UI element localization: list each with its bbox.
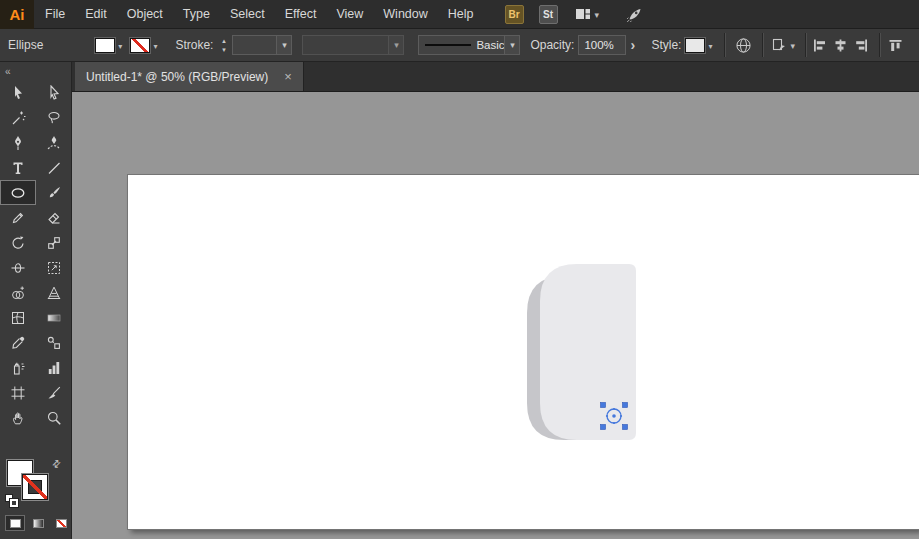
gradient-tool-icon [46, 310, 62, 326]
pen-tool[interactable] [0, 130, 36, 155]
stroke-weight-stepper[interactable] [219, 37, 228, 53]
selection-handle[interactable] [623, 403, 628, 408]
rotate-tool[interactable] [0, 230, 36, 255]
align-left-button[interactable] [812, 38, 827, 53]
line-segment-tool[interactable] [36, 155, 72, 180]
selection-widget[interactable] [600, 402, 628, 430]
gpu-performance-button[interactable] [626, 6, 643, 23]
none-button[interactable] [51, 515, 71, 531]
align-top-icon [888, 38, 903, 53]
tab-close-button[interactable]: × [284, 70, 292, 83]
graphic-style-control[interactable] [685, 38, 712, 53]
menu-view[interactable]: View [327, 0, 372, 29]
symbol-sprayer-tool[interactable] [0, 355, 36, 380]
slice-tool[interactable] [36, 380, 72, 405]
zoom-tool[interactable] [36, 405, 72, 430]
column-graph-tool[interactable] [36, 355, 72, 380]
gradient-swatch-icon [33, 519, 44, 528]
none-swatch-icon [56, 519, 67, 528]
color-button[interactable] [5, 515, 25, 531]
stroke-style-combo[interactable]: Basic [418, 35, 520, 55]
menu-file[interactable]: File [36, 0, 74, 29]
hand-tool-icon [10, 410, 26, 426]
default-fill-stroke-icon[interactable] [5, 494, 19, 508]
stroke-swatch[interactable] [130, 38, 150, 53]
fill-dropdown-arrow[interactable] [118, 38, 122, 52]
stepper-up-icon[interactable] [219, 37, 228, 44]
selection-tool[interactable] [0, 80, 36, 105]
stock-button[interactable]: St [539, 5, 558, 24]
opacity-value: 100% [579, 39, 625, 51]
magic-wand-tool[interactable] [0, 105, 36, 130]
eyedropper-tool[interactable] [0, 330, 36, 355]
blend-tool[interactable] [36, 330, 72, 355]
opacity-label[interactable]: Opacity: [530, 38, 574, 52]
shaper-tool[interactable] [0, 205, 36, 230]
menu-edit[interactable]: Edit [76, 0, 116, 29]
menu-object[interactable]: Object [118, 0, 172, 29]
selection-handle[interactable] [601, 425, 606, 430]
stepper-down-icon[interactable] [219, 46, 228, 53]
opacity-slider-arrow[interactable] [626, 35, 639, 55]
artboard-tool[interactable] [0, 380, 36, 405]
graphic-style-arrow[interactable] [708, 38, 712, 52]
shape-builder-tool[interactable] [0, 280, 36, 305]
stroke-style-arrow[interactable] [504, 36, 519, 54]
direct-selection-tool[interactable] [36, 80, 72, 105]
workspace-dropdown-arrow[interactable] [595, 7, 600, 21]
recolor-artwork-button[interactable] [735, 37, 752, 54]
eraser-tool-icon [46, 210, 62, 226]
menu-window[interactable]: Window [374, 0, 436, 29]
align-options-arrow[interactable] [790, 38, 795, 52]
bridge-button[interactable]: Br [505, 5, 524, 24]
artboard[interactable] [128, 175, 919, 529]
align-center-button[interactable] [833, 38, 848, 53]
workspace-switcher[interactable] [575, 7, 600, 21]
control-bar: Ellipse Stroke: Basic Opacity: 100% Styl… [0, 29, 919, 62]
opacity-combo[interactable]: 100% [578, 35, 626, 55]
stroke-weight-combo[interactable] [232, 35, 292, 55]
mesh-tool[interactable] [0, 305, 36, 330]
stroke-weight-arrow[interactable] [276, 36, 291, 54]
menu-select[interactable]: Select [221, 0, 274, 29]
brush-definition-arrow[interactable] [388, 36, 403, 54]
menu-type[interactable]: Type [174, 0, 219, 29]
stroke-color-swatch[interactable] [22, 474, 48, 500]
menu-effect[interactable]: Effect [276, 0, 326, 29]
menu-help[interactable]: Help [439, 0, 483, 29]
scale-tool[interactable] [36, 230, 72, 255]
line-segment-tool-icon [46, 160, 62, 176]
stroke-dropdown-arrow[interactable] [153, 38, 157, 52]
stroke-color-control[interactable] [130, 38, 157, 53]
stroke-style-value: Basic [471, 39, 504, 51]
canvas-area[interactable] [72, 92, 919, 539]
document-tab[interactable]: Untitled-1* @ 50% (RGB/Preview) × [75, 62, 304, 91]
color-swatch-icon [10, 519, 21, 528]
gradient-button[interactable] [28, 515, 48, 531]
curvature-tool[interactable] [36, 130, 72, 155]
align-top-button[interactable] [888, 38, 903, 53]
stroke-none-slash-icon [23, 475, 47, 499]
ellipse-tool[interactable] [0, 180, 36, 205]
graphic-style-swatch[interactable] [685, 38, 705, 53]
panel-collapse-button[interactable]: « [5, 66, 11, 77]
brush-definition-combo[interactable] [302, 35, 404, 55]
hand-tool[interactable] [0, 405, 36, 430]
align-options-button[interactable] [771, 37, 795, 53]
selection-handle[interactable] [623, 425, 628, 430]
free-transform-tool[interactable] [36, 255, 72, 280]
symbol-sprayer-tool-icon [10, 360, 26, 376]
fill-color-control[interactable] [95, 38, 122, 53]
lasso-tool[interactable] [36, 105, 72, 130]
align-right-button[interactable] [854, 38, 869, 53]
selection-handle[interactable] [601, 403, 606, 408]
paintbrush-tool[interactable] [36, 180, 72, 205]
perspective-grid-tool[interactable] [36, 280, 72, 305]
type-tool[interactable] [0, 155, 36, 180]
gradient-tool[interactable] [36, 305, 72, 330]
blend-tool-icon [46, 335, 62, 351]
fill-swatch[interactable] [95, 38, 115, 53]
width-tool[interactable] [0, 255, 36, 280]
swap-fill-stroke-icon[interactable]: ⇄ [49, 457, 63, 471]
eraser-tool[interactable] [36, 205, 72, 230]
